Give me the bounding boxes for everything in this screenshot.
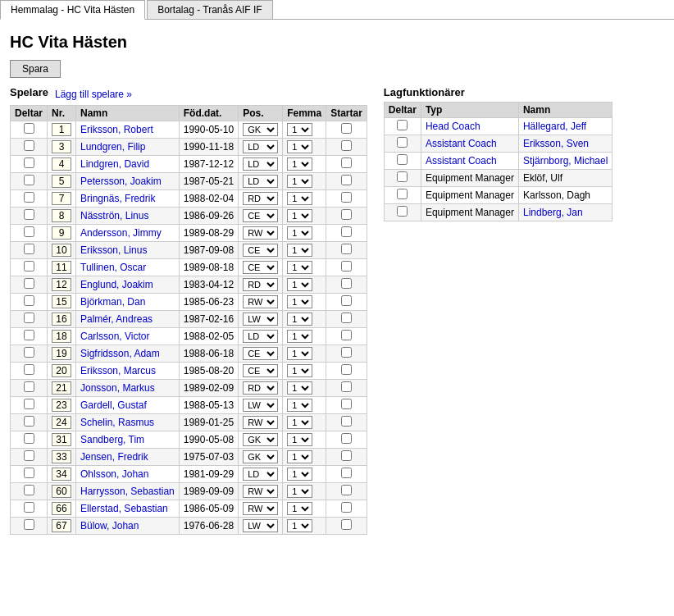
player-deltar-checkbox[interactable]: [24, 364, 34, 375]
player-name-link[interactable]: Gardell, Gustaf: [80, 399, 147, 411]
player-name-link[interactable]: Näsströn, Linus: [80, 210, 148, 221]
player-femma-select[interactable]: 12345: [287, 364, 312, 377]
player-name-link[interactable]: Björkman, Dan: [80, 296, 145, 308]
player-pos-select[interactable]: GKLDRDLWRWCE: [243, 485, 278, 498]
player-deltar-checkbox[interactable]: [24, 261, 34, 271]
save-button[interactable]: Spara: [10, 60, 61, 78]
player-name-link[interactable]: Palmér, Andreas: [80, 313, 153, 325]
player-deltar-checkbox[interactable]: [24, 226, 34, 237]
player-femma-select[interactable]: 12345: [287, 381, 312, 395]
player-pos-select[interactable]: GKLDRDLWRWCE: [243, 519, 278, 532]
player-femma-select[interactable]: 12345: [287, 157, 312, 171]
player-startar-checkbox[interactable]: [341, 123, 352, 134]
player-deltar-checkbox[interactable]: [24, 468, 34, 478]
staff-name[interactable]: Eriksson, Sven: [523, 138, 589, 149]
staff-deltar-checkbox[interactable]: [397, 189, 408, 199]
player-startar-checkbox[interactable]: [341, 330, 352, 340]
player-startar-checkbox[interactable]: [341, 226, 352, 237]
player-deltar-checkbox[interactable]: [24, 192, 34, 203]
player-name-link[interactable]: Englund, Joakim: [80, 279, 153, 290]
player-femma-select[interactable]: 12345: [287, 433, 312, 446]
player-startar-checkbox[interactable]: [341, 416, 352, 427]
player-femma-select[interactable]: 12345: [287, 140, 312, 153]
player-pos-select[interactable]: GKLDRDLWRWCE: [243, 450, 278, 463]
player-femma-select[interactable]: 12345: [287, 450, 312, 463]
staff-deltar-checkbox[interactable]: [397, 206, 408, 217]
player-name-link[interactable]: Sandberg, Tim: [80, 434, 144, 445]
player-startar-checkbox[interactable]: [341, 261, 352, 271]
player-femma-select[interactable]: 12345: [287, 347, 312, 360]
player-startar-checkbox[interactable]: [341, 157, 352, 168]
player-deltar-checkbox[interactable]: [24, 278, 34, 289]
player-startar-checkbox[interactable]: [341, 244, 352, 254]
player-femma-select[interactable]: 12345: [287, 295, 312, 308]
staff-name[interactable]: Lindberg, Jan: [523, 207, 583, 218]
player-femma-select[interactable]: 12345: [287, 502, 312, 515]
add-player-link[interactable]: Lägg till spelare »: [55, 89, 132, 100]
player-startar-checkbox[interactable]: [341, 278, 352, 289]
player-femma-select[interactable]: 12345: [287, 244, 312, 257]
player-deltar-checkbox[interactable]: [24, 209, 34, 220]
staff-deltar-checkbox[interactable]: [397, 154, 408, 165]
player-deltar-checkbox[interactable]: [24, 175, 34, 185]
player-femma-select[interactable]: 12345: [287, 468, 312, 481]
player-name-link[interactable]: Jonsson, Markus: [80, 382, 155, 394]
player-deltar-checkbox[interactable]: [24, 330, 34, 340]
player-startar-checkbox[interactable]: [341, 192, 352, 203]
player-name-link[interactable]: Tullinen, Oscar: [80, 262, 146, 273]
player-name-link[interactable]: Lindgren, David: [80, 158, 149, 170]
player-femma-select[interactable]: 12345: [287, 416, 312, 429]
player-name-link[interactable]: Eriksson, Marcus: [80, 365, 156, 376]
player-pos-select[interactable]: GKLDRDLWRWCE: [243, 209, 278, 222]
player-pos-select[interactable]: GKLDRDLWRWCE: [243, 330, 278, 343]
player-deltar-checkbox[interactable]: [24, 295, 34, 306]
player-deltar-checkbox[interactable]: [24, 140, 34, 151]
player-femma-select[interactable]: 12345: [287, 192, 312, 205]
player-pos-select[interactable]: GKLDRDLWRWCE: [243, 502, 278, 515]
player-pos-select[interactable]: GKLDRDLWRWCE: [243, 175, 278, 188]
player-startar-checkbox[interactable]: [341, 399, 352, 409]
player-deltar-checkbox[interactable]: [24, 519, 34, 530]
player-name-link[interactable]: Bringnäs, Fredrik: [80, 193, 155, 204]
player-startar-checkbox[interactable]: [341, 347, 352, 358]
staff-deltar-checkbox[interactable]: [397, 120, 408, 130]
player-deltar-checkbox[interactable]: [24, 381, 34, 392]
player-pos-select[interactable]: GKLDRDLWRWCE: [243, 157, 278, 171]
player-startar-checkbox[interactable]: [341, 364, 352, 375]
staff-deltar-checkbox[interactable]: [397, 171, 408, 182]
player-name-link[interactable]: Ellerstad, Sebastian: [80, 503, 168, 514]
player-pos-select[interactable]: GKLDRDLWRWCE: [243, 244, 278, 257]
player-startar-checkbox[interactable]: [341, 450, 352, 461]
player-startar-checkbox[interactable]: [341, 485, 352, 495]
player-femma-select[interactable]: 12345: [287, 261, 312, 274]
player-pos-select[interactable]: GKLDRDLWRWCE: [243, 399, 278, 412]
player-femma-select[interactable]: 12345: [287, 123, 312, 136]
player-name-link[interactable]: Sigfridsson, Adam: [80, 348, 160, 359]
player-deltar-checkbox[interactable]: [24, 416, 34, 427]
player-pos-select[interactable]: GKLDRDLWRWCE: [243, 381, 278, 395]
tab-home[interactable]: Hemmalag - HC Vita Hästen: [0, 0, 145, 20]
player-name-link[interactable]: Schelin, Rasmus: [80, 417, 154, 428]
player-femma-select[interactable]: 12345: [287, 313, 312, 326]
player-femma-select[interactable]: 12345: [287, 278, 312, 291]
player-deltar-checkbox[interactable]: [24, 244, 34, 254]
staff-name[interactable]: Hällegard, Jeff: [523, 121, 586, 132]
player-pos-select[interactable]: GKLDRDLWRWCE: [243, 226, 278, 240]
player-pos-select[interactable]: GKLDRDLWRWCE: [243, 278, 278, 291]
player-startar-checkbox[interactable]: [341, 209, 352, 220]
player-pos-select[interactable]: GKLDRDLWRWCE: [243, 347, 278, 360]
player-pos-select[interactable]: GKLDRDLWRWCE: [243, 192, 278, 205]
player-startar-checkbox[interactable]: [341, 519, 352, 530]
player-pos-select[interactable]: GKLDRDLWRWCE: [243, 295, 278, 308]
player-pos-select[interactable]: GKLDRDLWRWCE: [243, 140, 278, 153]
player-name-link[interactable]: Harrysson, Sebastian: [80, 486, 175, 497]
player-pos-select[interactable]: GKLDRDLWRWCE: [243, 416, 278, 429]
player-pos-select[interactable]: GKLDRDLWRWCE: [243, 261, 278, 274]
player-pos-select[interactable]: GKLDRDLWRWCE: [243, 433, 278, 446]
player-femma-select[interactable]: 12345: [287, 226, 312, 240]
player-deltar-checkbox[interactable]: [24, 399, 34, 409]
player-name-link[interactable]: Petersson, Joakim: [80, 176, 162, 187]
player-startar-checkbox[interactable]: [341, 295, 352, 306]
player-deltar-checkbox[interactable]: [24, 485, 34, 495]
player-name-link[interactable]: Ohlsson, Johan: [80, 468, 148, 480]
